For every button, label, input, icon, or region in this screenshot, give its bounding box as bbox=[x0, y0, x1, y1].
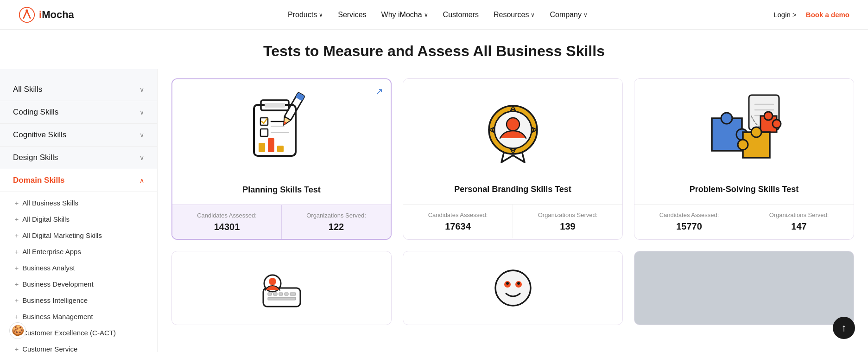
svg-point-43 bbox=[506, 282, 509, 285]
card-problem-solving[interactable]: Problem-Solving Skills Test Candidates A… bbox=[634, 78, 854, 240]
logo[interactable]: iMocha bbox=[19, 6, 74, 23]
svg-point-30 bbox=[738, 140, 748, 150]
card-branding-image bbox=[403, 79, 622, 176]
nav-products[interactable]: Products ∨ bbox=[288, 11, 323, 19]
card-problem-solving-candidates: Candidates Assessed: 15770 bbox=[634, 205, 744, 238]
content-area: ↗ bbox=[158, 69, 868, 352]
svg-rect-36 bbox=[279, 293, 283, 295]
card-branding-title: Personal Branding Skills Test bbox=[403, 176, 622, 204]
svg-point-1 bbox=[25, 9, 28, 12]
sidebar-item-all-skills[interactable]: All Skills ∨ bbox=[0, 78, 157, 101]
sidebar-item-design-skills[interactable]: Design Skills ∨ bbox=[0, 147, 157, 169]
card-branding-candidates: Candidates Assessed: 17634 bbox=[403, 205, 513, 238]
svg-rect-11 bbox=[268, 138, 274, 152]
plus-icon-digital-marketing: + bbox=[15, 232, 19, 239]
svg-rect-10 bbox=[259, 143, 265, 152]
page-title-section: Tests to Measure and Assess All Business… bbox=[0, 30, 868, 69]
svg-rect-8 bbox=[260, 129, 268, 136]
svg-rect-34 bbox=[268, 293, 272, 295]
problem-solving-illustration bbox=[705, 90, 784, 165]
products-chevron: ∨ bbox=[319, 12, 323, 18]
logo-text: iMocha bbox=[39, 9, 74, 21]
sidebar-sub-all-digital[interactable]: + All Digital Skills bbox=[0, 211, 157, 227]
scroll-up-button[interactable]: ↑ bbox=[833, 317, 855, 339]
sidebar-sub-enterprise-apps[interactable]: + All Enterprise Apps bbox=[0, 243, 157, 260]
card-problem-solving-title: Problem-Solving Skills Test bbox=[634, 176, 854, 204]
svg-rect-4 bbox=[265, 103, 285, 108]
svg-point-26 bbox=[773, 120, 781, 128]
sidebar-item-coding-skills[interactable]: Coding Skills ∨ bbox=[0, 101, 157, 124]
planning-illustration bbox=[245, 91, 319, 165]
card-branding-stats: Candidates Assessed: 17634 Organizations… bbox=[403, 204, 622, 238]
nav-company[interactable]: Company ∨ bbox=[550, 11, 587, 19]
svg-point-20 bbox=[507, 118, 520, 131]
cookie-button[interactable]: 🍪 bbox=[9, 322, 26, 339]
sidebar-sub-business-management[interactable]: + Business Management bbox=[0, 308, 157, 325]
card-planning-image: ↗ bbox=[172, 79, 391, 177]
svg-point-29 bbox=[751, 127, 761, 137]
svg-rect-35 bbox=[273, 293, 277, 295]
domain-chevron: ∧ bbox=[139, 177, 144, 184]
svg-rect-39 bbox=[268, 297, 296, 300]
login-button[interactable]: Login > bbox=[773, 11, 797, 19]
coding-chevron: ∨ bbox=[139, 109, 144, 116]
bottom-card-2-illustration bbox=[490, 265, 536, 311]
svg-rect-37 bbox=[285, 293, 288, 295]
svg-point-33 bbox=[269, 278, 276, 285]
svg-rect-12 bbox=[277, 146, 284, 152]
all-skills-chevron: ∨ bbox=[139, 86, 144, 93]
sidebar-sub-customer-service[interactable]: + Customer Service bbox=[0, 341, 157, 352]
navbar-nav: Products ∨ Services Why iMocha ∨ Custome… bbox=[102, 11, 773, 19]
company-chevron: ∨ bbox=[583, 12, 588, 18]
card-problem-solving-image bbox=[634, 79, 854, 176]
plus-icon-business-analyst: + bbox=[15, 264, 19, 272]
plus-icon-enterprise-apps: + bbox=[15, 248, 19, 256]
sidebar-item-cognitive-skills[interactable]: Cognitive Skills ∨ bbox=[0, 124, 157, 147]
nav-customers[interactable]: Customers bbox=[443, 11, 479, 19]
svg-point-40 bbox=[495, 270, 531, 306]
nav-resources[interactable]: Resources ∨ bbox=[494, 11, 535, 19]
resources-chevron: ∨ bbox=[531, 12, 535, 18]
card-planning-orgs: Organizations Served: 122 bbox=[282, 205, 391, 239]
card-branding[interactable]: Personal Branding Skills Test Candidates… bbox=[403, 78, 623, 240]
plus-icon-business-development: + bbox=[15, 281, 19, 288]
branding-illustration bbox=[476, 88, 550, 167]
design-chevron: ∨ bbox=[139, 154, 144, 161]
plus-icon-all-business: + bbox=[15, 199, 19, 207]
svg-point-44 bbox=[517, 282, 520, 285]
sidebar-sub-business-development[interactable]: + Business Development bbox=[0, 276, 157, 292]
book-demo-button[interactable]: Book a demo bbox=[806, 11, 849, 19]
bottom-cards-grid bbox=[171, 251, 854, 325]
card-branding-orgs: Organizations Served: 139 bbox=[513, 205, 622, 238]
nav-why-imocha[interactable]: Why iMocha ∨ bbox=[381, 11, 428, 19]
bottom-card-1-illustration bbox=[259, 265, 305, 311]
plus-icon-business-management: + bbox=[15, 313, 19, 320]
card-planning-title: Planning Skills Test bbox=[172, 177, 391, 205]
bottom-card-3[interactable] bbox=[634, 251, 854, 325]
card-planning-stats: Candidates Assessed: 14301 Organizations… bbox=[172, 205, 391, 239]
plus-icon-business-intelligence: + bbox=[15, 297, 19, 304]
cognitive-chevron: ∨ bbox=[139, 131, 144, 139]
cards-grid: ↗ bbox=[171, 78, 854, 240]
sidebar-sub-digital-marketing[interactable]: + All Digital Marketing Skills bbox=[0, 227, 157, 243]
card-planning[interactable]: ↗ bbox=[171, 78, 392, 240]
bottom-card-2[interactable] bbox=[403, 251, 623, 325]
why-chevron: ∨ bbox=[424, 12, 428, 18]
nav-services[interactable]: Services bbox=[338, 11, 366, 19]
sidebar: All Skills ∨ Coding Skills ∨ Cognitive S… bbox=[0, 69, 158, 352]
bottom-card-1[interactable] bbox=[171, 251, 392, 325]
sidebar-sub-business-intelligence[interactable]: + Business Intelligence bbox=[0, 292, 157, 308]
sidebar-sub-all-business[interactable]: + All Business Skills bbox=[0, 195, 157, 211]
plus-icon-all-digital: + bbox=[15, 216, 19, 223]
card-planning-candidates: Candidates Assessed: 14301 bbox=[172, 205, 282, 239]
sidebar-sub-business-analyst[interactable]: + Business Analyst bbox=[0, 260, 157, 276]
svg-rect-38 bbox=[290, 293, 296, 295]
sidebar-item-domain-skills[interactable]: Domain Skills ∧ bbox=[0, 169, 157, 192]
main-layout: All Skills ∨ Coding Skills ∨ Cognitive S… bbox=[0, 69, 868, 352]
plus-icon-customer-service: + bbox=[15, 346, 19, 352]
logo-icon bbox=[19, 6, 35, 23]
card-problem-solving-stats: Candidates Assessed: 15770 Organizations… bbox=[634, 204, 854, 238]
svg-point-27 bbox=[721, 113, 732, 124]
page-title: Tests to Measure and Assess All Business… bbox=[9, 43, 859, 60]
navbar: iMocha Products ∨ Services Why iMocha ∨ … bbox=[0, 0, 868, 30]
